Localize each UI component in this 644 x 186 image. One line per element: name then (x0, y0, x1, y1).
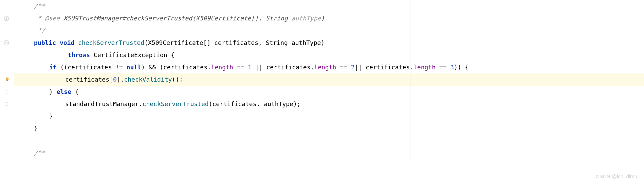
code-editor-content[interactable]: /** * @see X509TrustManager#checkServerT… (14, 0, 644, 159)
number-literal: 2 (351, 64, 355, 71)
javadoc-open: /** (34, 149, 45, 156)
right-margin-guide (410, 0, 410, 159)
svg-point-2 (6, 78, 9, 81)
number-literal: 3 (450, 64, 454, 71)
code-line: /** (14, 0, 644, 12)
code-line: */ (14, 24, 644, 37)
number-literal: 0 (113, 76, 117, 83)
watermark-text: CSDN @lch_dlmu (596, 170, 637, 183)
keyword-throws: throws (68, 51, 90, 58)
keyword-void: void (60, 39, 74, 46)
javadoc-link: X509TrustManager#checkServerTrusted (60, 15, 192, 22)
javadoc-close: */ (34, 27, 45, 34)
code-line-blank (14, 135, 644, 147)
number-literal: 1 (248, 64, 252, 71)
method-call: checkServerTrusted (143, 100, 209, 107)
code-line: * @see X509TrustManager#checkServerTrust… (14, 12, 644, 24)
code-line: } (14, 110, 644, 122)
method-call: checkValidity (124, 76, 172, 83)
field-length: length (413, 64, 436, 71)
code-line: public void checkServerTrusted(X509Certi… (14, 37, 644, 49)
override-gutter-icon[interactable] (3, 15, 10, 21)
fold-gutter-icon[interactable] (3, 125, 10, 132)
code-line: } (14, 122, 644, 135)
fold-gutter-icon[interactable] (3, 89, 10, 95)
code-line: /** (14, 147, 644, 159)
javadoc-tag-see: @see (45, 15, 60, 22)
field-length: length (314, 64, 336, 71)
keyword-public: public (34, 39, 56, 46)
intention-bulb-icon[interactable] (5, 77, 10, 82)
code-line-highlighted: certificates[0].checkValidity(); (14, 73, 644, 86)
code-line: if ((certificates != null) && (certifica… (14, 61, 644, 73)
code-line: } else { (14, 86, 644, 98)
keyword-if: if (49, 64, 57, 71)
keyword-null: null (127, 64, 141, 71)
method-name: checkServerTrusted (78, 39, 144, 46)
keyword-else: else (57, 88, 71, 95)
code-line: standardTrustManager.checkServerTrusted(… (14, 98, 644, 110)
fold-gutter-icon[interactable] (3, 101, 10, 107)
method-gutter-icon[interactable] (3, 40, 10, 46)
javadoc-open: /** (34, 2, 45, 10)
field-length: length (211, 64, 233, 71)
editor-gutter (0, 0, 14, 186)
code-line: throws CertificateException { (14, 49, 644, 61)
svg-rect-3 (6, 80, 8, 81)
